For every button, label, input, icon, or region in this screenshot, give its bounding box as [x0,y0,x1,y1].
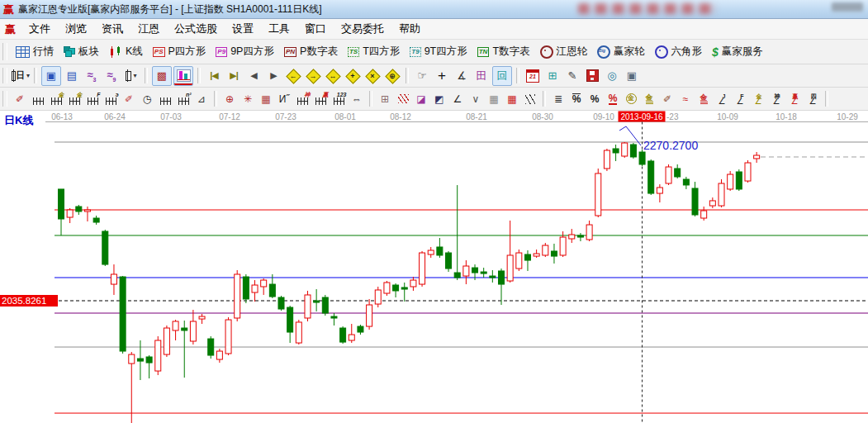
zoom-reset[interactable]: ⊕ [383,67,401,85]
calculator[interactable]: ⊞ [543,67,562,85]
kline-chart-canvas[interactable]: 06-1306-2407-0307-1207-2308-0108-1208-21… [0,111,868,423]
span-arrow[interactable]: ⇔ [348,90,366,108]
multi-chart-window[interactable]: ▣ [41,66,61,86]
notes[interactable]: ✎ [563,67,581,85]
9p-square[interactable]: P99P四方形 [211,43,279,60]
gann-time-lines[interactable] [29,90,47,108]
menu-item-0[interactable]: 文件 [21,20,58,38]
gold-levels[interactable]: 金 [640,90,658,108]
gold-time-lines-1[interactable]: 金 [47,90,65,108]
marker-pen[interactable]: ✐ [120,90,138,108]
t-square[interactable]: TST四方形 [343,43,405,60]
gold-circle[interactable]: 金 [622,90,640,108]
fan-box-purple[interactable]: ◪ [412,90,430,108]
region-map[interactable]: ▩ [152,66,172,86]
page-left[interactable]: ◀ [244,67,263,85]
9t-square[interactable]: T99T四方形 [405,43,472,60]
t-number-table[interactable]: TNT数字表 [472,43,535,60]
candle-style[interactable]: ▾ [122,67,140,85]
spiral-time-lines[interactable]: э [102,90,120,108]
parallel-lines[interactable] [521,90,539,108]
measure-angle[interactable]: ∡ [453,67,471,85]
fan-box-dark[interactable]: ◩ [430,90,448,108]
wave-9[interactable]: ≈9 [102,67,121,85]
time-cycle[interactable]: ◷ [138,90,156,108]
gann-wheel[interactable]: 江恩轮 [535,43,593,60]
pan-hand[interactable]: ☞ [413,67,431,85]
shift-right[interactable]: → [304,67,322,85]
menu-item-5[interactable]: 设置 [225,20,261,38]
angle-ruler[interactable]: ⊿ [192,90,211,108]
gold-time-lines-2[interactable]: 金 [65,90,83,108]
p-square[interactable]: PSP四方形 [148,43,211,60]
menu-item-8[interactable]: 交易委托 [334,20,391,38]
star-rays[interactable]: ✳ [239,90,257,108]
v-check[interactable]: ∨ [467,90,485,108]
menu-item-4[interactable]: 公式选股 [167,20,225,38]
goto-last[interactable]: ▶| [225,67,243,85]
zoom-in[interactable]: × [363,67,382,85]
market-quotes[interactable]: 行情 [11,43,59,60]
n-wave[interactable]: И˝ [275,90,293,108]
circle-cross[interactable]: ⊕ [221,90,239,108]
calendar[interactable]: 21 [524,67,542,85]
period-day-selector[interactable]: 日▾ [12,67,30,85]
page-right[interactable]: ▶ [264,67,282,85]
menu-item-7[interactable]: 窗口 [297,20,334,38]
win-time-lines[interactable]: 赢 [311,90,330,108]
price-ladder[interactable]: ≣ [549,90,567,108]
winner-service[interactable]: $赢家服务 [707,43,768,60]
menu-item-1[interactable]: 浏览 [58,20,94,38]
red-grid[interactable]: ▦ [503,90,521,108]
dot-grid[interactable]: ▦ [485,90,503,108]
maze-tool[interactable]: 回 [492,66,512,86]
volume-histogram[interactable] [173,66,193,86]
gann-box-tool[interactable]: 田 [472,67,491,85]
menu-item-2[interactable]: 资讯 [94,20,130,38]
workstation[interactable]: ▣ [623,67,641,85]
win-angle[interactable]: 赢∠ [785,90,804,108]
info-document[interactable]: ▤ [63,67,81,85]
shen-time-lines[interactable]: 神 [293,90,311,108]
shen-angle[interactable]: 神∠ [767,90,785,108]
fib-time-lines[interactable]: F [83,90,102,108]
zoom-out[interactable]: + [344,67,362,85]
toolbar-separator [197,68,201,83]
sectors[interactable]: 板块 [59,43,104,60]
wave-3[interactable]: ≈3 [83,67,101,85]
shift-left[interactable]: ← [284,67,302,85]
f-angle[interactable]: F∠ [731,90,749,108]
goto-first[interactable]: |◀ [205,67,223,85]
grid-box[interactable]: ▦ [257,90,275,108]
numbered-time-lines[interactable]: 123 [330,90,348,108]
n2-time-lines[interactable]: n² [174,90,192,108]
winner-wheel[interactable]: Big赢家轮 [592,43,650,60]
wave-box[interactable]: ≈ [676,90,695,108]
app-logo-icon[interactable]: 赢 [3,4,14,15]
p-number-table[interactable]: PNP数字表 [279,43,343,60]
gold-retrace[interactable]: 金 [695,90,713,108]
menu-item-3[interactable]: 江恩 [130,20,167,38]
percent-plain[interactable]: % [586,90,604,108]
menu-item-9[interactable]: 帮助 [391,20,428,38]
plain-time-lines[interactable] [156,90,174,108]
square-ruler[interactable]: ⊞ [376,90,394,108]
brush-levels[interactable]: ✐ [658,90,676,108]
menu-item-6[interactable]: 工具 [261,20,297,38]
j-angle[interactable]: J∠ [713,90,731,108]
percent-retrace[interactable]: % [604,90,622,108]
save[interactable] [583,67,601,85]
hexagon-chart[interactable]: 六角形 [650,43,708,60]
four-angle[interactable]: 四∠ [804,90,822,108]
gold-angle[interactable]: 金∠ [749,90,767,108]
percent-strike[interactable]: % [567,90,586,108]
trend-pen[interactable]: ✐ [11,90,29,108]
region-map-icon: ▩ [157,69,167,82]
gann-fan[interactable] [394,90,412,108]
angle-lines[interactable]: ∠ [448,90,467,108]
network[interactable]: ◎ [603,67,621,85]
kline-view[interactable]: K线 [104,43,148,60]
crosshair[interactable]: + [433,67,451,85]
expand-horizontal[interactable]: ↔ [324,67,342,85]
window-controls-blurred[interactable] [832,2,863,12]
